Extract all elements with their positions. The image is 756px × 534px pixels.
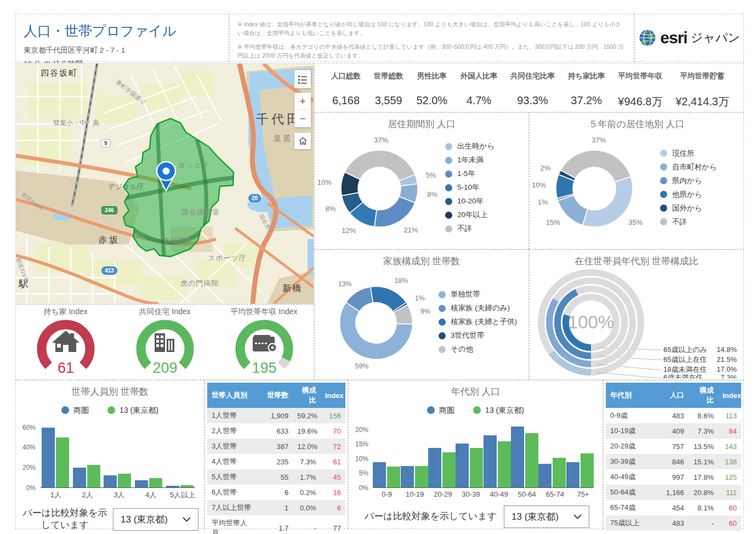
table-row[interactable]: 20-29歳75713.5%143 (606, 439, 741, 454)
bar[interactable] (73, 468, 86, 487)
bar[interactable] (415, 466, 428, 487)
table-row[interactable]: 平均年齢43.0-90 (606, 531, 741, 534)
home-button[interactable] (294, 133, 311, 149)
table-row[interactable]: 75歳以上483-60 (606, 515, 741, 531)
legend-item[interactable]: 国外から (660, 203, 717, 213)
bar[interactable] (456, 444, 469, 487)
bar[interactable] (553, 458, 566, 487)
legend-item[interactable]: 不詳 (445, 224, 494, 234)
legend-dot-icon (439, 291, 446, 298)
family-structure-donut: 59%13%18%1%9% (315, 268, 439, 376)
bar[interactable] (511, 427, 524, 487)
bar[interactable] (498, 441, 511, 487)
bar[interactable] (373, 462, 386, 487)
bar[interactable] (442, 452, 456, 487)
legend-item[interactable]: 他県から (660, 190, 717, 200)
table-row[interactable]: 0-9歳4838.6%113 (606, 408, 741, 423)
y-axis-tick: 60% (22, 424, 36, 431)
bar[interactable] (180, 485, 194, 487)
x-axis-label: 10-19 (401, 490, 429, 498)
legend-toggle-button[interactable] (294, 70, 311, 88)
table-row[interactable]: 4人世帯2357.3%61 (207, 454, 345, 469)
bar[interactable] (484, 435, 497, 487)
table-row[interactable]: 65-74歳4548.1%60 (606, 500, 741, 515)
map-label: 虎の門病院 (180, 279, 219, 288)
map-label: スポーツ庁 (208, 253, 247, 263)
bar-legend-item[interactable]: 商圏 (61, 406, 89, 416)
bar[interactable] (566, 462, 579, 487)
bar[interactable] (166, 486, 179, 487)
gauges-panel: 持ち家 Index61共同住宅 Index209平均世帯年収 Index195 (15, 304, 314, 380)
table-cell: 757 (652, 440, 689, 453)
table-cell: 7人以上世帯 (207, 500, 257, 515)
table-row[interactable]: 40-49歳99717.8%125 (606, 469, 741, 485)
legend-item[interactable]: 現住所 (660, 149, 717, 158)
compare-select[interactable]: 13 (東京都) (113, 508, 198, 531)
bar[interactable] (87, 465, 100, 487)
bar[interactable] (428, 448, 441, 487)
table-row[interactable]: 30-39歳84615.1%138 (606, 454, 741, 469)
gauge-widget: 平均世帯年収 Index195 (214, 305, 314, 379)
bar[interactable] (470, 448, 483, 487)
bar-legend-item[interactable]: 13 (東京都) (107, 406, 158, 416)
legend-item[interactable]: 10-20年 (445, 196, 494, 206)
x-axis-label: 30-39 (457, 490, 485, 498)
bar-legend-item[interactable]: 13 (東京都) (473, 406, 524, 416)
map-label: 首相官邸 (163, 236, 191, 246)
legend-item[interactable]: 自市町村から (660, 162, 717, 172)
bar[interactable] (118, 474, 131, 487)
table-cell: 454 (652, 501, 689, 515)
bar[interactable] (581, 453, 594, 487)
table-header-cell: 人口 (652, 388, 689, 403)
table-row[interactable]: 7人以上世帯10.0%6 (207, 500, 345, 515)
table-cell: 7.3% (293, 455, 320, 469)
donut-label: 21% (404, 226, 418, 234)
legend-item[interactable]: 単独世帯 (439, 289, 517, 299)
legend-item[interactable]: 1-5年 (445, 169, 494, 179)
table-row[interactable]: 平均世帯人員1.7-77 (207, 515, 345, 534)
bar[interactable] (401, 466, 414, 487)
y-axis-tick: 15% (355, 440, 368, 448)
zoom-out-button[interactable]: − (294, 110, 311, 127)
legend-item[interactable]: 3世代世帯 (439, 331, 517, 340)
legend-item[interactable]: 出生時から (445, 141, 494, 151)
legend-item[interactable]: 不詳 (660, 217, 717, 227)
ring-label: 65歳以上在住 (663, 355, 707, 363)
donut-label: 10% (532, 181, 546, 189)
legend-item[interactable]: 核家族 (夫婦のみ) (439, 303, 517, 313)
map-canvas[interactable]: 四谷坂町雙葉小・中・高番町学園通り千代田皇居駅赤坂デジタル庁坂ＪＣＴ国会議事堂首… (16, 64, 314, 304)
legend-item[interactable]: 5-10年 (445, 183, 494, 192)
bar[interactable] (525, 433, 538, 488)
bar[interactable] (538, 464, 552, 487)
table-row[interactable]: 1人世帯1,90959.2%156 (207, 408, 345, 423)
bar[interactable] (387, 467, 400, 487)
index-cell: 77 (321, 521, 345, 534)
table-row[interactable]: 5人世帯551.7%45 (207, 469, 345, 485)
gauge-title: 持ち家 Index (43, 307, 87, 317)
table-row[interactable]: 50-64歳1,16620.8%111 (606, 485, 741, 500)
table-row[interactable]: 3人世帯38712.0%72 (207, 439, 345, 454)
legend-item[interactable]: その他 (439, 344, 517, 354)
bar[interactable] (135, 480, 148, 487)
legend-item[interactable]: 核家族 (夫婦と子供) (439, 317, 517, 327)
bar[interactable] (56, 438, 69, 487)
basemap (16, 64, 314, 304)
legend-item[interactable]: 1年未満 (445, 155, 494, 165)
legend-item[interactable]: 県内から (660, 176, 717, 186)
table-header-cell: 構成比 (689, 383, 718, 408)
zoom-in-button[interactable]: + (294, 93, 311, 110)
bar[interactable] (104, 475, 117, 487)
legend-dot-icon (660, 204, 667, 212)
bar-legend-item[interactable]: 商圏 (427, 406, 454, 416)
table-row[interactable]: 2人世帯63319.6%70 (207, 423, 345, 439)
table-row[interactable]: 10-19歳4097.3%84 (606, 423, 741, 439)
legend-label: 3世代世帯 (451, 331, 485, 340)
chart-title: 年代別 人口 (349, 380, 602, 398)
table-row[interactable]: 6人世帯60.2%16 (207, 485, 345, 500)
compare-select[interactable]: 13 (東京都) (504, 505, 589, 528)
legend-item[interactable]: 20年以上 (445, 210, 494, 220)
legend-label: 10-20年 (457, 196, 484, 206)
donut-label: 8% (427, 190, 437, 198)
bar[interactable] (42, 428, 55, 487)
bar[interactable] (149, 478, 162, 487)
